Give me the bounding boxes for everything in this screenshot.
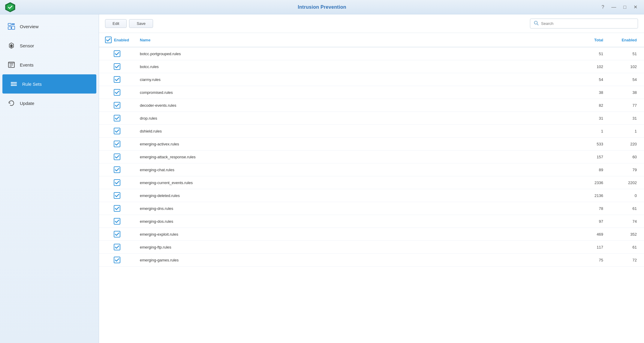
row-total: 533 bbox=[572, 138, 608, 151]
row-checkbox-cell[interactable] bbox=[99, 215, 135, 228]
row-checkbox-cell[interactable] bbox=[99, 228, 135, 241]
row-checkbox[interactable] bbox=[114, 141, 120, 147]
rules-table-container[interactable]: Enabled Name Total Enabled botcc.portgro… bbox=[99, 33, 644, 343]
row-name: emerging-ftp.rules bbox=[135, 241, 572, 254]
row-checkbox-cell[interactable] bbox=[99, 125, 135, 138]
row-checkbox[interactable] bbox=[114, 205, 120, 212]
row-checkbox-cell[interactable] bbox=[99, 163, 135, 176]
sidebar: Overview Sensor bbox=[0, 14, 99, 343]
row-name: emerging-dns.rules bbox=[135, 202, 572, 215]
svg-rect-3 bbox=[8, 27, 11, 29]
row-checkbox[interactable] bbox=[114, 76, 120, 83]
row-checkbox-cell[interactable] bbox=[99, 202, 135, 215]
content-area: Edit Save bbox=[99, 14, 644, 343]
col-header-enabled-count[interactable]: Enabled bbox=[608, 33, 644, 47]
row-checkbox[interactable] bbox=[114, 89, 120, 96]
row-checkbox[interactable] bbox=[114, 128, 120, 134]
row-total: 117 bbox=[572, 241, 608, 254]
row-name: emerging-dos.rules bbox=[135, 215, 572, 228]
table-row: emerging-exploit.rules469352 bbox=[99, 228, 644, 241]
table-row: ciarmy.rules5454 bbox=[99, 73, 644, 86]
table-row: emerging-deleted.rules21360 bbox=[99, 189, 644, 202]
save-button[interactable]: Save bbox=[129, 19, 153, 28]
row-checkbox-cell[interactable] bbox=[99, 151, 135, 163]
row-total: 51 bbox=[572, 47, 608, 60]
row-total: 82 bbox=[572, 99, 608, 112]
col-header-enabled[interactable]: Enabled bbox=[99, 33, 135, 47]
main-layout: Overview Sensor bbox=[0, 14, 644, 343]
sidebar-item-rule-sets[interactable]: Rule Sets bbox=[2, 74, 96, 94]
col-header-total[interactable]: Total bbox=[572, 33, 608, 47]
row-checkbox-cell[interactable] bbox=[99, 176, 135, 189]
sidebar-label-rule-sets: Rule Sets bbox=[22, 82, 42, 87]
sidebar-label-events: Events bbox=[20, 62, 34, 67]
row-checkbox-cell[interactable] bbox=[99, 86, 135, 99]
row-checkbox[interactable] bbox=[114, 257, 120, 263]
table-header-row: Enabled Name Total Enabled bbox=[99, 33, 644, 47]
maximize-button[interactable]: □ bbox=[621, 4, 628, 10]
row-name: emerging-activex.rules bbox=[135, 138, 572, 151]
row-checkbox[interactable] bbox=[114, 50, 120, 57]
row-checkbox-cell[interactable] bbox=[99, 99, 135, 112]
row-checkbox-cell[interactable] bbox=[99, 138, 135, 151]
row-checkbox-cell[interactable] bbox=[99, 60, 135, 73]
table-row: emerging-attack_response.rules15760 bbox=[99, 151, 644, 163]
search-input[interactable] bbox=[541, 21, 634, 26]
update-icon bbox=[7, 99, 16, 107]
table-row: emerging-current_events.rules23362202 bbox=[99, 176, 644, 189]
sidebar-item-events[interactable]: Events bbox=[0, 55, 99, 74]
help-button[interactable]: ? bbox=[600, 4, 606, 10]
row-total: 2136 bbox=[572, 189, 608, 202]
row-enabled-count: 220 bbox=[608, 138, 644, 151]
row-checkbox[interactable] bbox=[114, 244, 120, 250]
row-checkbox[interactable] bbox=[114, 179, 120, 186]
table-row: decoder-events.rules8277 bbox=[99, 99, 644, 112]
sidebar-item-overview[interactable]: Overview bbox=[0, 17, 99, 36]
title-bar: Intrusion Prevention ? — □ ✕ bbox=[0, 0, 644, 14]
row-enabled-count: 2202 bbox=[608, 176, 644, 189]
col-header-name[interactable]: Name bbox=[135, 33, 572, 47]
sidebar-item-update[interactable]: Update bbox=[0, 94, 99, 113]
table-row: emerging-ftp.rules11761 bbox=[99, 241, 644, 254]
select-all-checkbox[interactable] bbox=[105, 37, 112, 43]
row-checkbox-cell[interactable] bbox=[99, 47, 135, 60]
search-box bbox=[530, 19, 638, 28]
table-row: dshield.rules11 bbox=[99, 125, 644, 138]
col-enabled-label: Enabled bbox=[114, 38, 129, 42]
row-checkbox[interactable] bbox=[114, 154, 120, 160]
row-checkbox-cell[interactable] bbox=[99, 73, 135, 86]
close-button[interactable]: ✕ bbox=[632, 4, 639, 10]
svg-rect-2 bbox=[8, 23, 11, 25]
row-checkbox[interactable] bbox=[114, 231, 120, 237]
row-name: emerging-attack_response.rules bbox=[135, 151, 572, 163]
row-total: 1 bbox=[572, 125, 608, 138]
row-name: dshield.rules bbox=[135, 125, 572, 138]
minimize-button[interactable]: — bbox=[609, 4, 618, 10]
row-checkbox[interactable] bbox=[114, 218, 120, 225]
row-enabled-count: 352 bbox=[608, 228, 644, 241]
row-checkbox-cell[interactable] bbox=[99, 189, 135, 202]
row-checkbox-cell[interactable] bbox=[99, 254, 135, 267]
sensor-icon bbox=[7, 41, 16, 50]
row-enabled-count: 79 bbox=[608, 163, 644, 176]
table-row: emerging-dns.rules7861 bbox=[99, 202, 644, 215]
row-total: 102 bbox=[572, 60, 608, 73]
app-title: Intrusion Prevention bbox=[298, 4, 346, 10]
sidebar-label-sensor: Sensor bbox=[20, 43, 34, 48]
window-controls: ? — □ ✕ bbox=[600, 4, 639, 10]
row-checkbox-cell[interactable] bbox=[99, 112, 135, 125]
row-checkbox[interactable] bbox=[114, 63, 120, 70]
edit-button[interactable]: Edit bbox=[105, 19, 127, 28]
row-checkbox[interactable] bbox=[114, 102, 120, 109]
row-enabled-count: 38 bbox=[608, 86, 644, 99]
sidebar-item-sensor[interactable]: Sensor bbox=[0, 36, 99, 55]
row-checkbox[interactable] bbox=[114, 115, 120, 121]
row-name: emerging-games.rules bbox=[135, 254, 572, 267]
row-checkbox[interactable] bbox=[114, 192, 120, 199]
overview-icon bbox=[7, 22, 16, 31]
row-checkbox[interactable] bbox=[114, 166, 120, 173]
row-checkbox-cell[interactable] bbox=[99, 241, 135, 254]
toolbar: Edit Save bbox=[99, 14, 644, 33]
row-enabled-count: 102 bbox=[608, 60, 644, 73]
svg-point-17 bbox=[12, 84, 13, 85]
